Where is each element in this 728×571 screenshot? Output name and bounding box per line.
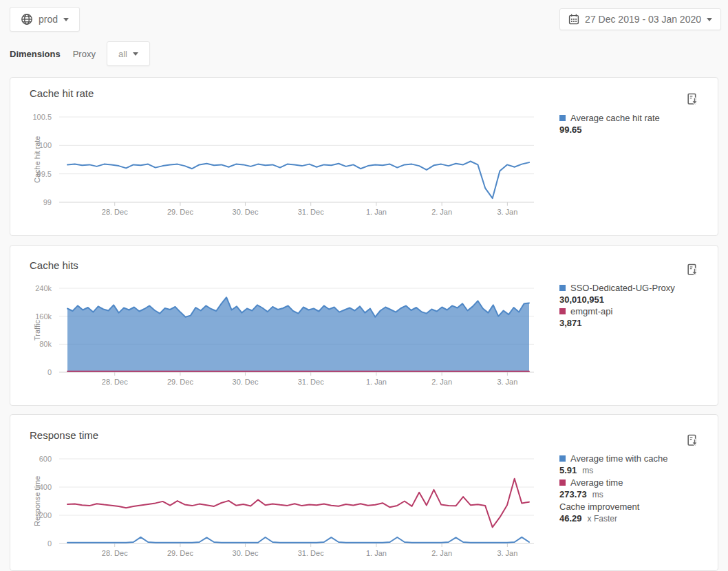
y-tick-label: 400	[10, 483, 52, 491]
chevron-down-icon	[133, 52, 138, 56]
x-tick-label: 3. Jan	[497, 549, 517, 557]
legend-label: Average cache hit rate	[570, 112, 660, 124]
legend-label: SSO-Dedicated-UG-Proxy	[570, 282, 675, 294]
chart-plot-area[interactable]	[59, 288, 534, 376]
legend-swatch	[559, 308, 566, 314]
date-range-label: 27 Dec 2019 - 03 Jan 2020	[585, 14, 701, 25]
legend-unit: ms	[592, 490, 603, 499]
x-tick-label: 28. Dec	[102, 208, 128, 216]
chart-plot-area[interactable]	[59, 459, 534, 548]
chart-legend: Average time with cache5.91msAverage tim…	[559, 453, 714, 525]
legend-item: Cache improvement46.29x Faster	[559, 501, 714, 525]
legend-unit: x Faster	[588, 514, 617, 524]
legend-item: SSO-Dedicated-UG-Proxy30,010,951	[559, 282, 714, 305]
legend-label: Cache improvement	[559, 501, 639, 513]
legend-swatch	[559, 285, 566, 291]
legend-item: Average time273.73ms	[559, 477, 714, 501]
dimensions-row: Dimensions Proxy all	[10, 41, 150, 66]
legend-label: Average time	[570, 477, 623, 488]
export-report-icon[interactable]	[686, 93, 700, 107]
x-tick-label: 30. Dec	[233, 378, 259, 386]
export-report-icon[interactable]	[686, 263, 700, 277]
x-tick-label: 1. Jan	[366, 378, 387, 386]
legend-item: Average cache hit rate99.65	[559, 112, 714, 136]
legend-item: emgmt-api3,871	[559, 305, 714, 329]
response-time-card: Response time Average time with cache5.9…	[10, 414, 718, 571]
y-tick-label: 99.5	[10, 170, 52, 178]
line-series	[67, 162, 529, 199]
x-tick-label: 3. Jan	[497, 208, 517, 216]
legend-value: 46.29x Faster	[559, 513, 714, 525]
card-title: Cache hit rate	[30, 87, 94, 99]
card-title: Response time	[30, 429, 98, 441]
x-tick-label: 31. Dec	[298, 208, 324, 216]
legend-swatch	[559, 480, 566, 486]
cache-performance-dashboard: { "header": { "env_button": { "label": "…	[0, 0, 728, 571]
dimension-name-label: Proxy	[73, 49, 96, 59]
chevron-down-icon	[63, 18, 69, 21]
x-tick-label: 31. Dec	[298, 378, 324, 386]
legend-value: 5.91ms	[559, 464, 714, 477]
line-series	[67, 479, 529, 528]
x-tick-label: 2. Jan	[431, 208, 452, 216]
x-tick-label: 29. Dec	[167, 549, 193, 557]
card-title: Cache hits	[30, 259, 78, 271]
y-axis-title: Response time	[32, 459, 42, 543]
y-tick-label: 99	[10, 198, 52, 206]
legend-item: Average time with cache5.91ms	[559, 453, 714, 477]
x-tick-label: 2. Jan	[431, 549, 452, 557]
proxy-filter-value: all	[118, 49, 127, 59]
x-tick-label: 30. Dec	[233, 549, 259, 557]
cache-hits-card: Cache hits SSO-Dedicated-UG-Proxy30,010,…	[10, 245, 718, 406]
x-tick-label: 2. Jan	[431, 378, 452, 386]
cache-hit-rate-card: Cache hit rate Average cache hit rate99.…	[10, 77, 718, 236]
calendar-icon	[568, 14, 579, 25]
x-tick-label: 3. Jan	[497, 378, 517, 386]
legend-label: Average time with cache	[570, 453, 667, 464]
y-axis-title: Cache hit rate	[32, 117, 42, 202]
y-tick-label: 0	[10, 539, 52, 548]
chart-legend: SSO-Dedicated-UG-Proxy30,010,951emgmt-ap…	[559, 282, 714, 329]
environment-selector[interactable]: prod	[10, 7, 80, 32]
x-tick-label: 28. Dec	[102, 378, 128, 386]
x-tick-label: 1. Jan	[366, 208, 387, 216]
x-tick-label: 29. Dec	[167, 208, 193, 216]
y-tick-label: 100	[10, 141, 52, 149]
y-tick-label: 0	[10, 368, 52, 376]
date-range-selector[interactable]: 27 Dec 2019 - 03 Jan 2020	[559, 8, 721, 30]
chart-plot-area[interactable]	[59, 117, 534, 206]
legend-value: 99.65	[559, 124, 714, 136]
y-tick-label: 240k	[10, 284, 52, 292]
chevron-down-icon	[707, 18, 712, 21]
environment-label: prod	[39, 14, 58, 25]
x-tick-label: 1. Jan	[366, 549, 387, 557]
y-tick-label: 200	[10, 511, 52, 519]
y-tick-label: 100.5	[10, 113, 52, 121]
y-axis-title: Traffic	[32, 288, 42, 372]
legend-unit: ms	[582, 466, 593, 475]
chart-legend: Average cache hit rate99.65	[559, 112, 714, 136]
proxy-filter-dropdown[interactable]: all	[107, 41, 150, 66]
globe-icon	[21, 13, 33, 25]
dimensions-label: Dimensions	[10, 49, 61, 59]
x-tick-label: 31. Dec	[298, 549, 324, 557]
legend-value: 30,010,951	[559, 294, 714, 305]
y-tick-label: 80k	[10, 340, 52, 348]
x-tick-label: 28. Dec	[102, 549, 128, 557]
x-tick-label: 29. Dec	[167, 378, 193, 386]
line-series	[67, 537, 529, 543]
legend-swatch	[559, 455, 566, 462]
x-tick-label: 30. Dec	[233, 208, 259, 216]
y-tick-label: 160k	[10, 312, 52, 321]
legend-swatch	[559, 115, 566, 121]
export-report-icon[interactable]	[686, 434, 700, 448]
legend-value: 3,871	[559, 317, 714, 329]
legend-label: emgmt-api	[570, 305, 612, 317]
legend-value: 273.73ms	[559, 488, 714, 501]
y-tick-label: 600	[10, 455, 52, 463]
